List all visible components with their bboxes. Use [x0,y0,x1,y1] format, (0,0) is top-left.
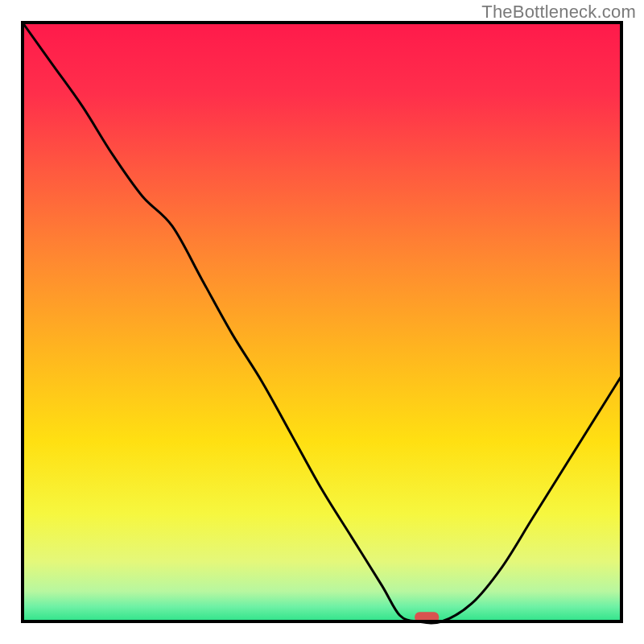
chart-stage: TheBottleneck.com [0,0,644,644]
plot-background [23,23,621,621]
bottleneck-chart [0,0,644,644]
